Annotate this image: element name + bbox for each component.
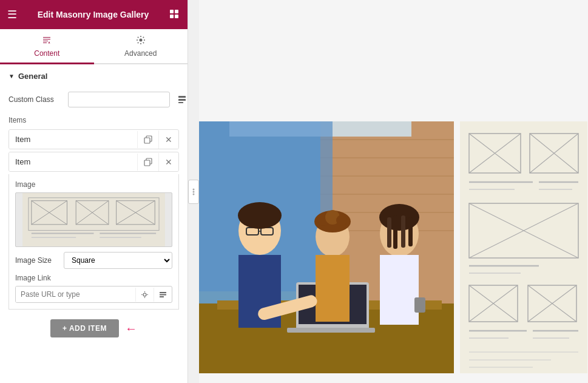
image-size-label: Image Size (15, 256, 64, 265)
advanced-tab-label: Advanced (124, 49, 157, 58)
svg-point-31 (193, 188, 195, 190)
svg-rect-48 (287, 328, 375, 333)
svg-rect-1 (175, 10, 178, 13)
item-1-label: Item (9, 130, 137, 149)
image-thumbnail[interactable] (15, 192, 172, 247)
custom-class-row: Custom Class (0, 88, 188, 111)
svg-rect-70 (460, 121, 587, 373)
svg-rect-67 (408, 217, 413, 246)
content-tab-label: Content (34, 49, 59, 58)
sidebar-content: ▼ General Custom Class Items Item (0, 64, 188, 383)
item-1-delete-btn[interactable]: ✕ (158, 130, 178, 149)
item-1-duplicate-btn[interactable] (137, 131, 158, 148)
item-row-1: Item ✕ (8, 129, 179, 149)
svg-rect-28 (160, 292, 166, 293)
sidebar: ☰ Edit Masonry Image Gallery Content (0, 0, 188, 383)
item-expanded-content: Image (8, 174, 179, 310)
gallery-image-2[interactable] (460, 121, 587, 373)
content-tab-icon (42, 35, 52, 47)
svg-rect-12 (22, 193, 165, 246)
main-content (199, 0, 588, 383)
tab-content[interactable]: Content (0, 29, 94, 64)
svg-point-32 (193, 191, 195, 192)
item-1-actions: ✕ (137, 130, 178, 149)
general-section-header[interactable]: ▼ General (0, 64, 188, 88)
svg-rect-30 (160, 296, 164, 297)
url-row (15, 286, 172, 303)
tab-advanced[interactable]: Advanced (94, 29, 188, 64)
advanced-tab-icon (136, 35, 146, 47)
svg-rect-0 (170, 10, 174, 13)
svg-rect-56 (316, 255, 350, 322)
svg-point-4 (139, 39, 142, 42)
add-item-row: + ADD ITEM ← (0, 313, 188, 344)
custom-class-label: Custom Class (8, 95, 63, 104)
image-size-select[interactable]: Square Landscape Portrait (64, 252, 172, 269)
topbar: ☰ Edit Masonry Image Gallery (0, 0, 188, 29)
custom-class-icon-btn[interactable] (175, 93, 188, 106)
add-item-button[interactable]: + ADD ITEM (50, 319, 119, 337)
svg-rect-66 (401, 215, 405, 248)
section-title: General (18, 72, 47, 81)
svg-rect-7 (178, 102, 183, 103)
svg-rect-6 (178, 99, 186, 101)
grid-icon[interactable] (169, 9, 180, 20)
item-row-2: Item ✕ (8, 152, 179, 172)
arrow-right-icon: ← (125, 322, 137, 336)
url-settings-icon-btn[interactable] (135, 288, 154, 302)
chevron-down-icon: ▼ (8, 73, 15, 80)
image-label: Image (15, 180, 172, 189)
item-2-duplicate-btn[interactable] (137, 154, 158, 171)
custom-class-input[interactable] (68, 92, 170, 107)
sidebar-resize-handle[interactable] (188, 180, 199, 204)
url-list-icon-btn[interactable] (154, 288, 172, 302)
item-2-actions: ✕ (137, 153, 178, 171)
image-link-label: Image Link (15, 274, 172, 282)
svg-rect-2 (170, 15, 174, 18)
menu-icon[interactable]: ☰ (7, 8, 17, 21)
svg-point-54 (238, 202, 282, 229)
svg-point-33 (193, 193, 195, 195)
item-2-label: Item (9, 152, 137, 171)
url-input[interactable] (16, 286, 135, 302)
svg-rect-65 (393, 215, 397, 249)
svg-rect-3 (175, 15, 178, 18)
items-section-label: Items (0, 111, 188, 127)
svg-rect-68 (414, 297, 425, 313)
svg-point-27 (143, 293, 146, 296)
item-2-delete-btn[interactable]: ✕ (158, 153, 178, 171)
svg-rect-11 (144, 160, 150, 166)
gallery-area (199, 0, 588, 383)
svg-point-60 (336, 215, 347, 226)
svg-rect-64 (387, 217, 391, 248)
tabs: Content Advanced (0, 29, 188, 64)
gallery-image-1[interactable] (199, 121, 454, 373)
topbar-title: Edit Masonry Image Gallery (17, 10, 169, 19)
svg-rect-62 (380, 255, 419, 325)
svg-rect-5 (178, 96, 186, 98)
image-size-row: Image Size Square Landscape Portrait (15, 252, 172, 269)
svg-point-63 (379, 204, 419, 231)
svg-rect-29 (160, 294, 166, 295)
svg-rect-9 (144, 138, 150, 143)
